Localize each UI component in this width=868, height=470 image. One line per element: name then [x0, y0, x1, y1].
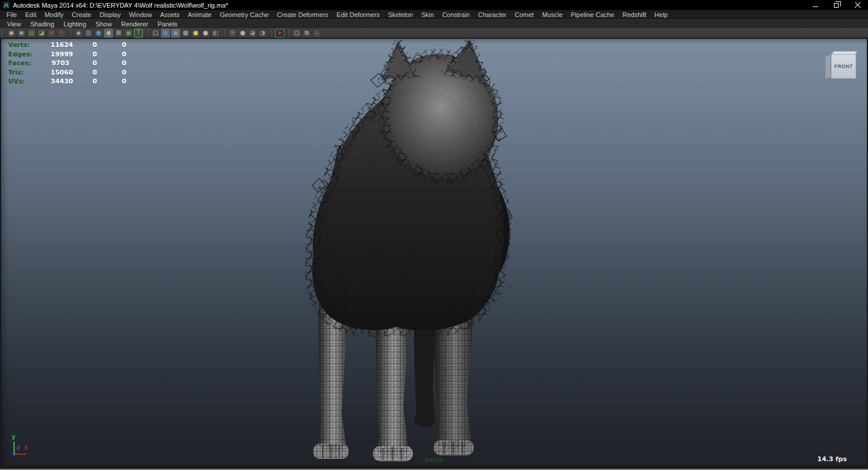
toolbar-group-1: ◉◉▤◪⊕✎ [6, 29, 66, 38]
axis-y-label: y [12, 434, 15, 440]
perspective-viewport[interactable]: Verts:1162400Edges:1999900Faces:970300Tr… [0, 38, 868, 465]
toolbar-separator [288, 29, 289, 37]
axis-x-label: x [24, 444, 28, 451]
shadows-icon[interactable]: ● [201, 29, 210, 38]
poly-count-hud: Verts:1162400Edges:1999900Faces:970300Tr… [8, 41, 126, 86]
view-cube-front-face[interactable]: FRONT [831, 54, 856, 79]
panel-menu-shading[interactable]: Shading [26, 21, 59, 28]
panel-toolbar: ◉◉▤◪⊕✎◈▥●●⊠▣T▢■▣◍●●◐☉●◕◑➤▢⧉∴ [0, 28, 868, 38]
toolbar-separator [223, 29, 225, 37]
menu-comet[interactable]: Comet [510, 11, 538, 18]
isolate-select-icon[interactable]: ▢ [292, 29, 301, 38]
image-plane-icon[interactable]: ◪ [37, 29, 46, 38]
selection-highlight-icon[interactable]: ➤ [275, 29, 284, 38]
menu-create-deformers[interactable]: Create Deformers [273, 11, 332, 18]
menu-redshift[interactable]: Redshift [619, 11, 650, 18]
camera-name-label: persp [1, 456, 867, 464]
menu-modify[interactable]: Modify [41, 11, 68, 18]
panel-menu-renderer[interactable]: Renderer [116, 21, 153, 28]
axis-x-line [14, 454, 26, 455]
textured-display-icon[interactable]: ◍ [181, 29, 190, 38]
grease-pencil-icon[interactable]: ✎ [57, 29, 66, 38]
minimize-button[interactable] [804, 0, 826, 10]
menu-window[interactable]: Window [125, 11, 156, 18]
material-sphere-icon[interactable]: ● [238, 29, 247, 38]
menu-file[interactable]: File [2, 11, 21, 18]
material-sphere-dark-icon[interactable]: ◕ [248, 29, 257, 38]
hud-uvs-component: 0 [97, 78, 126, 85]
menu-character[interactable]: Character [474, 11, 510, 18]
axis-gizmo: y z x [9, 437, 35, 458]
hud-uvs-selected: 0 [69, 78, 97, 85]
panel-menu-view[interactable]: View [2, 21, 26, 28]
close-button[interactable] [847, 0, 868, 10]
wireframe-display-icon[interactable]: ▢ [151, 29, 160, 38]
menu-constrain[interactable]: Constrain [438, 11, 474, 18]
grid-icon[interactable]: ◈ [74, 29, 83, 38]
menu-pipeline-cache[interactable]: Pipeline Cache [567, 11, 619, 18]
toolbar-group-5: ➤ [275, 29, 285, 38]
toolbar-separator [271, 29, 272, 37]
smooth-shade-icon[interactable]: ■ [161, 29, 170, 38]
panel-menu-lighting[interactable]: Lighting [59, 21, 91, 28]
window-title: Autodesk Maya 2014 x64: D:\EVERYDAY 4\Wo… [13, 2, 228, 9]
hud-uvs-label: UVs: [8, 78, 51, 85]
bookmarks-icon[interactable]: ▤ [27, 29, 36, 38]
panel-menu-panels[interactable]: Panels [153, 21, 182, 28]
menu-animate[interactable]: Animate [183, 11, 215, 18]
use-all-lights-icon[interactable]: ● [191, 29, 200, 38]
hud-edges-selected: 0 [69, 51, 97, 58]
menu-skin[interactable]: Skin [417, 11, 438, 18]
minimize-icon [813, 6, 818, 7]
pan-zoom-icon[interactable]: ⊕ [47, 29, 56, 38]
window-bottom-edge [0, 465, 868, 470]
hud-edges-component: 0 [97, 51, 126, 58]
hud-faces-component: 0 [97, 59, 126, 67]
safe-action-icon[interactable]: ▣ [124, 29, 133, 38]
hud-tris-label: Tris: [8, 69, 51, 76]
gate-mask-icon[interactable]: ● [104, 29, 113, 38]
maya-logo-icon [2, 1, 10, 9]
menu-help[interactable]: Help [650, 11, 672, 18]
fps-counter: 14.3 fps [817, 455, 847, 463]
select-camera-icon[interactable]: ◉ [7, 29, 16, 38]
hud-tris-selected: 0 [69, 69, 97, 76]
close-icon [854, 2, 861, 8]
share-view-icon[interactable]: ∴ [312, 29, 321, 38]
occlusion-icon[interactable]: ◐ [211, 29, 220, 38]
menu-edit-deformers[interactable]: Edit Deformers [332, 11, 383, 18]
restore-button[interactable] [826, 0, 847, 10]
resolution-gate-icon[interactable]: ● [94, 29, 103, 38]
panel-menu-show[interactable]: Show [91, 21, 117, 28]
hud-tris-total: 15060 [51, 69, 69, 76]
menu-create[interactable]: Create [68, 11, 95, 18]
multi-component-icon[interactable]: ⧉ [302, 29, 311, 38]
hud-verts-label: Verts: [8, 41, 51, 49]
shaded-wireframe-icon[interactable]: ▣ [171, 29, 180, 38]
menu-edit[interactable]: Edit [21, 11, 41, 18]
view-cube[interactable]: T FRONT [825, 51, 858, 80]
field-chart-icon[interactable]: ⊠ [114, 29, 123, 38]
title-bar: Autodesk Maya 2014 x64: D:\EVERYDAY 4\Wo… [0, 0, 868, 10]
hud-row-verts: Verts:1162400 [8, 41, 126, 50]
material-sphere-half-icon[interactable]: ◑ [258, 29, 267, 38]
menu-geometry-cache[interactable]: Geometry Cache [216, 11, 273, 18]
menu-display[interactable]: Display [95, 11, 125, 18]
restore-icon [834, 3, 839, 8]
hud-row-tris: Tris:1506000 [8, 68, 126, 78]
hud-row-edges: Edges:1999900 [8, 50, 126, 59]
hud-faces-label: Faces: [8, 59, 51, 67]
toolbar-separator [69, 29, 71, 37]
menu-assets[interactable]: Assets [156, 11, 183, 18]
hud-edges-label: Edges: [8, 51, 51, 58]
default-light-icon[interactable]: ☉ [228, 29, 237, 38]
toolbar-grip[interactable] [2, 29, 4, 36]
hud-row-uvs: UVs:3443000 [8, 77, 126, 86]
safe-title-icon[interactable]: T [134, 29, 143, 38]
menu-skeleton[interactable]: Skeleton [384, 11, 418, 18]
view-cube-side-face[interactable]: T [825, 55, 831, 79]
axis-z-label: z [16, 444, 20, 451]
camera-attributes-icon[interactable]: ◉ [17, 29, 26, 38]
menu-muscle[interactable]: Muscle [538, 11, 567, 18]
film-gate-icon[interactable]: ▥ [84, 29, 93, 38]
